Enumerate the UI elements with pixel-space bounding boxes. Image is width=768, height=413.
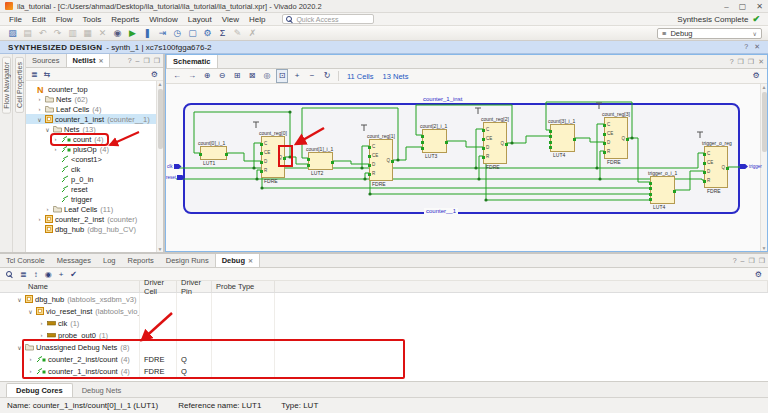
cell-count-reg-0-[interactable]: count_reg[0]FDRECCEDRQ [261,136,285,178]
scroll-up-icon[interactable]: ▲ [762,84,767,90]
chevron-collapsed-icon[interactable]: › [36,96,43,102]
netlist-tree-item-counter-2-inst[interactable]: ›counter_2_inst(counter) [26,214,163,224]
copy-icon[interactable]: ▥ [66,27,79,40]
netlist-tree-item-leaf-cells[interactable]: ›Leaf Cells(4) [26,104,163,114]
bottom-tab-reports[interactable]: Reports [121,254,159,267]
sub-tab-debug-nets[interactable]: Debug Nets [73,384,131,397]
maximize-icon[interactable]: ❐ [759,257,765,265]
debug-row-vio-reset-inst[interactable]: ∨vio_reset_inst(labtools_vio_v3) [0,305,768,317]
debug-row-dbg-hub[interactable]: ∨dbg_hub(labtools_xsdbm_v3) [0,293,768,305]
menu-reports[interactable]: Reports [106,15,144,24]
zoom-in-icon[interactable]: ⊕ [201,70,213,82]
scroll-up-icon[interactable]: ▲ [158,81,163,87]
flow-navigator-tab[interactable]: Flow Navigator [2,57,11,114]
open-project-icon[interactable]: ▨ [6,27,19,40]
gear-icon[interactable]: ⚙ [750,70,762,82]
chevron-collapsed-icon[interactable]: › [36,216,43,222]
scope-icon[interactable]: ◎ [261,70,273,82]
add-probe-icon[interactable]: + [59,270,64,279]
netlist-tree-item-plusop[interactable]: ›plusOp(4) [26,144,163,154]
menu-flow[interactable]: Flow [51,15,78,24]
help-icon[interactable]: ? [744,43,748,51]
close-icon[interactable]: ✕ [754,43,760,51]
gear-icon[interactable]: ⚙ [151,70,158,79]
chevron-collapsed-icon[interactable]: › [38,320,45,326]
bottom-tab-debug[interactable]: Debug✕ [215,254,260,267]
float-icon[interactable]: ❐ [738,58,744,66]
debug-row-counter-1-inst-count[interactable]: ›counter_1_inst/count(4)FDREQ [0,365,768,377]
locate-icon[interactable]: ◉ [45,270,52,279]
step-icon[interactable]: ⇥ [156,27,169,40]
cell-trigger-o-i-1[interactable]: trigger_o_i_1LUT4 [650,176,675,204]
cell-count-reg-2-[interactable]: count_reg[2]FDRECCEDRQ [483,122,507,164]
cell-count-reg-1-[interactable]: count_reg[1]FDRECCEDRQ [369,139,393,181]
flow-navigator-strip[interactable]: Flow Navigator [0,54,13,252]
port-clk[interactable]: clk [167,164,182,169]
tab-sources[interactable]: Sources [26,54,66,67]
minimize-icon[interactable]: – [136,57,140,64]
scroll-down-icon[interactable]: ▼ [762,245,767,251]
minimize-icon[interactable]: – [724,2,728,11]
cell-trigger-o-reg[interactable]: trigger_o_regFDRECCEDRQ [704,146,728,188]
help-icon[interactable]: ? [730,58,734,65]
menu-tools[interactable]: Tools [78,15,107,24]
bottom-tab-tcl-console[interactable]: Tcl Console [0,254,51,267]
netlist-tree-item-leaf-cells[interactable]: ›Leaf Cells(11) [26,204,163,214]
bottom-tab-log[interactable]: Log [97,254,122,267]
regenerate-icon[interactable]: ↻ [321,70,333,82]
debug-row-unassigned-debug-nets[interactable]: ∨Unassigned Debug Nets(8) [0,341,768,353]
cells-link[interactable]: 11 Cells [344,72,377,81]
cell-properties-strip[interactable]: Cell Properties [13,54,26,252]
help-icon[interactable]: ? [128,57,132,64]
find-icon[interactable]: ◉ [111,27,124,40]
chevron-expanded-icon[interactable]: ∨ [36,116,43,123]
nets-link[interactable]: 13 Nets [380,72,412,81]
close-icon[interactable]: ✕ [758,58,764,66]
netlist-tree-item-nets[interactable]: ∨Nets(13) [26,124,163,134]
save-icon[interactable]: ▤ [21,27,34,40]
zoom-out-icon[interactable]: ⊖ [216,70,228,82]
collapse-icon[interactable]: − [306,70,318,82]
netlist-tree-item-dbg-hub[interactable]: dbg_hub(dbg_hub_CV) [26,224,163,234]
paste-icon[interactable]: ▦ [81,27,94,40]
sum-icon[interactable]: Σ [216,27,229,40]
bottom-tab-messages[interactable]: Messages [51,254,97,267]
redo-icon[interactable]: ↷ [51,27,64,40]
chevron-collapsed-icon[interactable]: › [36,106,43,112]
debug-row-counter-2-inst-count[interactable]: ›counter_2_inst/count(4)FDREQ [0,353,768,365]
scroll-thumb[interactable] [158,89,163,149]
menu-edit[interactable]: Edit [27,15,51,24]
settings-gear-icon[interactable]: ⚙ [201,27,214,40]
netlist-tree-item-count[interactable]: ›count(4) [26,134,163,144]
chevron-expanded-icon[interactable]: ∨ [16,344,23,351]
zoom-fit-icon[interactable]: ⊞ [231,70,243,82]
gear-icon[interactable]: ⚙ [755,270,762,279]
layout-selector-dropdown[interactable]: ≡ Debug ∨ [657,28,762,39]
back-icon[interactable]: ← [171,70,183,82]
maximize-icon[interactable]: ❐ [154,57,160,65]
float-icon[interactable]: ❐ [143,57,149,65]
expand-all-icon[interactable]: ↕ [34,270,38,279]
expand-icon[interactable]: + [291,70,303,82]
cell-count-3-i-1[interactable]: count[3]_i_1LUT4 [550,124,575,152]
reorder-icon[interactable]: ⇆ [44,70,51,79]
close-icon[interactable]: ✕ [98,57,103,64]
menu-layout[interactable]: Layout [183,15,217,24]
scroll-thumb[interactable] [762,92,767,152]
chevron-collapsed-icon[interactable]: › [38,332,45,338]
chevron-expanded-icon[interactable]: ∨ [16,296,23,303]
quick-access-search[interactable]: Quick Access [282,14,374,24]
netlist-tree-item--const1-[interactable]: <const1> [26,154,163,164]
chevron-collapsed-icon[interactable]: › [44,206,51,212]
schematic-canvas[interactable]: counter_1_instcounter__1count[0]_i_1LUT1… [166,84,767,251]
netlist-tree-item-counter-1-inst[interactable]: ∨counter_1_inst(counter__1) [26,114,163,124]
minimize-icon[interactable]: – [741,257,745,264]
debug-row-probe-out0[interactable]: ›probe_out0(1) [0,329,768,341]
apply-icon[interactable]: ✔ [70,270,77,279]
elaborate-clock-icon[interactable]: ◷ [171,27,184,40]
report-doc-icon[interactable]: ▢ [186,27,199,40]
column-header-probe-type[interactable]: Probe Type [212,281,275,292]
cell-properties-tab[interactable]: Cell Properties [15,57,24,113]
close-icon[interactable]: ✕ [756,2,763,11]
pause-icon[interactable]: ❚ [141,27,154,40]
